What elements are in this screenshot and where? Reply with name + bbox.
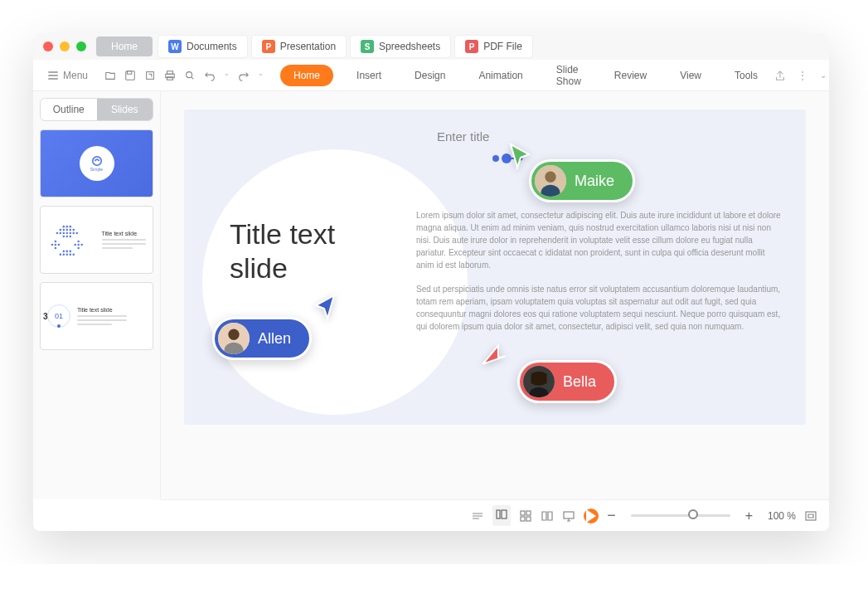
ribbon-review[interactable]: Review	[598, 70, 663, 81]
ribbon-animation[interactable]: Animation	[462, 70, 539, 81]
ribbon-design[interactable]: Design	[398, 70, 462, 81]
svg-rect-57	[502, 510, 507, 518]
tab-label: Spreedsheets	[379, 41, 440, 52]
svg-rect-60	[521, 517, 525, 521]
svg-point-44	[492, 155, 499, 162]
menu-button[interactable]: Menu	[41, 70, 95, 81]
maximize-window-button[interactable]	[76, 41, 86, 51]
tab-label: Documents	[187, 41, 237, 52]
slide-title-text[interactable]: Title textslide	[230, 217, 335, 285]
title-placeholder[interactable]: Enter title	[437, 129, 489, 144]
svg-rect-3	[167, 71, 173, 74]
ribbon-insert[interactable]: Insert	[340, 70, 398, 81]
save-icon[interactable]	[124, 70, 136, 81]
svg-point-16	[56, 232, 59, 235]
avatar	[523, 366, 555, 397]
svg-point-33	[80, 244, 83, 246]
svg-point-20	[69, 232, 71, 235]
thumb-label: Simple	[90, 167, 103, 172]
zoom-in-button[interactable]: +	[745, 509, 753, 523]
close-window-button[interactable]	[43, 41, 53, 51]
paragraph-2: Sed ut perspiciatis unde omnis iste natu…	[416, 283, 783, 333]
tab-presentation[interactable]: P Presentation	[251, 35, 347, 58]
home-tab[interactable]: Home	[96, 37, 153, 56]
svg-point-31	[74, 244, 76, 246]
slide-thumbnail-2[interactable]: Title text slide	[40, 206, 153, 274]
view-toggle: Outline Slides	[40, 98, 153, 121]
share-icon[interactable]	[774, 70, 786, 81]
thumb-title: Title text slide	[77, 307, 127, 313]
slide-thumbnail-3[interactable]: 3 01 Title text slide	[40, 282, 153, 350]
undo-icon[interactable]	[204, 70, 216, 81]
notes-icon[interactable]	[471, 509, 484, 523]
collapse-ribbon-icon[interactable]: ⌄	[820, 71, 827, 80]
collaborator-name: Bella	[555, 373, 611, 391]
collaborator-pill-maike[interactable]: Maike	[529, 159, 635, 202]
svg-point-39	[60, 254, 62, 256]
svg-point-24	[66, 236, 69, 238]
svg-rect-59	[526, 511, 531, 515]
svg-point-13	[66, 229, 69, 231]
collaborator-pill-bella[interactable]: Bella	[517, 360, 617, 403]
redo-chevron[interactable]: ⌄	[258, 70, 264, 81]
zoom-handle[interactable]	[688, 509, 698, 519]
slide-canvas[interactable]: Enter title Title textslide Lorem ipsum …	[184, 110, 806, 425]
ribbon-tools[interactable]: Tools	[718, 70, 774, 81]
svg-point-43	[72, 254, 75, 256]
svg-point-7	[92, 157, 101, 166]
fit-to-window-icon[interactable]	[804, 509, 817, 523]
normal-view-icon[interactable]	[495, 508, 508, 521]
print-icon[interactable]	[164, 70, 176, 81]
logo-icon	[91, 155, 103, 167]
svg-point-29	[55, 244, 57, 246]
svg-point-9	[66, 226, 69, 228]
svg-rect-2	[147, 71, 154, 79]
ribbon-view[interactable]: View	[663, 70, 718, 81]
slides-toggle[interactable]: Slides	[97, 99, 153, 120]
zoom-slider[interactable]	[631, 514, 730, 517]
svg-point-37	[66, 251, 69, 253]
tab-pdf[interactable]: P PDF File	[454, 35, 533, 58]
open-icon[interactable]	[104, 70, 116, 81]
tab-documents[interactable]: W Documents	[158, 35, 248, 58]
undo-chevron[interactable]: ⌄	[224, 70, 230, 81]
svg-point-48	[545, 172, 555, 183]
sorter-view-icon[interactable]	[519, 509, 532, 523]
ribbon-home[interactable]: Home	[280, 65, 333, 86]
svg-rect-1	[128, 71, 132, 74]
minimize-window-button[interactable]	[60, 41, 70, 51]
slide-body-text[interactable]: Lorem ipsum dolor sit amet, consectetur …	[416, 209, 783, 344]
toolbar: Menu ⌄ ⌄ Home Insert Design Animation Sl…	[33, 60, 829, 91]
arrow-graphic-icon	[47, 213, 97, 266]
tab-spreadsheets[interactable]: S Spreedsheets	[350, 35, 451, 58]
svg-point-22	[75, 232, 78, 235]
svg-point-30	[58, 244, 61, 246]
slide-thumbnail-1[interactable]: Simple	[40, 129, 153, 197]
svg-point-38	[69, 251, 71, 253]
svg-point-34	[55, 247, 57, 250]
svg-point-51	[228, 329, 239, 340]
tab-label: Presentation	[280, 41, 336, 52]
reading-view-icon[interactable]	[541, 509, 554, 523]
zoom-out-button[interactable]: −	[607, 507, 616, 524]
svg-point-8	[63, 226, 65, 228]
ribbon-slideshow[interactable]: Slide Show	[540, 64, 598, 87]
svg-rect-62	[564, 512, 574, 518]
pdf-icon: P	[465, 40, 478, 53]
preview-icon[interactable]	[184, 70, 196, 81]
body: Outline Slides Simple	[33, 91, 829, 499]
collaborator-pill-allen[interactable]: Allen	[212, 317, 312, 360]
avatar	[218, 323, 250, 354]
outline-toggle[interactable]: Outline	[41, 99, 97, 120]
play-slideshow-button[interactable]	[584, 509, 599, 523]
svg-point-15	[72, 229, 75, 231]
svg-point-40	[63, 254, 65, 256]
svg-point-42	[69, 254, 71, 256]
more-icon[interactable]: ⋮	[798, 70, 808, 81]
svg-point-36	[63, 251, 65, 253]
export-icon[interactable]	[144, 70, 156, 81]
collaborator-name: Maike	[566, 173, 629, 190]
thumb-title: Title text slide	[102, 231, 147, 236]
presenter-view-icon[interactable]	[562, 509, 575, 523]
redo-icon[interactable]	[238, 70, 250, 81]
